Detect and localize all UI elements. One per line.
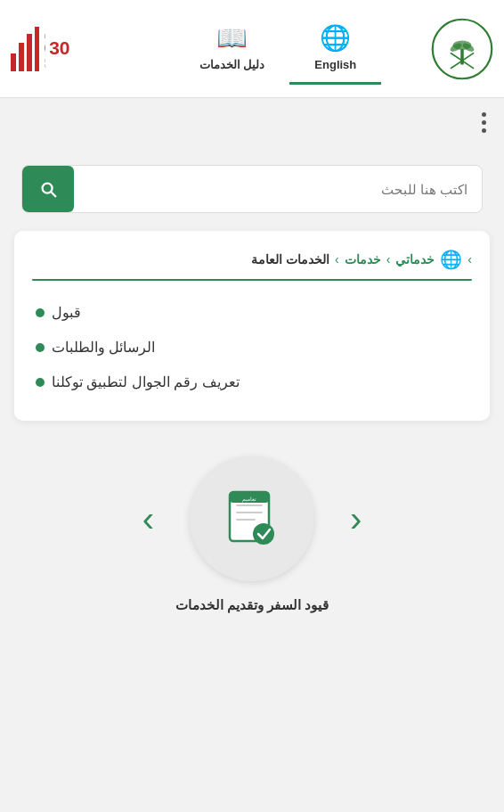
carousel-prev-button[interactable]: ‹	[350, 501, 362, 537]
carousel-next-button[interactable]: ›	[142, 501, 154, 537]
book-icon: 📖	[216, 23, 248, 53]
search-icon	[38, 179, 58, 199]
bullet-icon	[36, 378, 45, 387]
list-item[interactable]: تعريف رقم الجوال لتطبيق توكلنا	[32, 365, 472, 399]
dots-menu-button[interactable]	[482, 112, 486, 133]
breadcrumb-chevron-2: ›	[335, 252, 339, 267]
globe-icon: 🌐	[320, 23, 351, 53]
search-input[interactable]	[74, 169, 482, 209]
dot-1	[482, 112, 486, 117]
travel-restrictions-icon: تعاميم	[221, 488, 283, 550]
list-item-label: تعريف رقم الجوال لتطبيق توكلنا	[52, 373, 240, 390]
services-guide-nav-item[interactable]: 📖 دليل الخدمات	[175, 12, 290, 85]
svg-text:المملكة العربية السعودية: المملكة العربية السعودية	[45, 59, 46, 64]
services-menu-list: قبول الرسائل والطلبات تعريف رقم الجوال ل…	[32, 295, 472, 399]
search-area	[0, 147, 504, 231]
carousel-area: ‹ تعاميم	[0, 439, 504, 640]
svg-rect-14	[27, 34, 32, 71]
svg-text:20: 20	[45, 37, 46, 58]
vision-logo: VISION رؤية 20 30 المملكة العربية السعود…	[45, 22, 125, 76]
header-nav: 🌐 English 📖 دليل الخدمات	[125, 12, 431, 85]
carousel-item[interactable]: تعاميم	[190, 456, 314, 581]
bullet-icon	[36, 343, 45, 352]
list-item-label: الرسائل والطلبات	[52, 339, 155, 356]
breadcrumb-item-2[interactable]: خدمات	[345, 252, 381, 267]
svg-text:KINGDOM OF SAUDI ARABIA: KINGDOM OF SAUDI ARABIA	[45, 64, 46, 69]
svg-rect-13	[19, 43, 24, 71]
carousel-row: ‹ تعاميم	[0, 456, 504, 581]
search-button[interactable]	[22, 166, 74, 212]
abshir-icon	[11, 27, 39, 71]
english-label: English	[314, 58, 356, 71]
search-container	[21, 165, 483, 213]
dots-menu-area	[0, 98, 504, 147]
svg-text:تعاميم: تعاميم	[242, 496, 256, 503]
svg-rect-15	[35, 27, 39, 71]
bullet-icon	[36, 308, 45, 317]
english-nav-item[interactable]: 🌐 English	[289, 12, 381, 85]
breadcrumb: › 🌐 خدماتي › خدمات › الخدمات العامة	[32, 249, 472, 281]
breadcrumb-item-1[interactable]: خدماتي	[395, 252, 435, 267]
svg-text:30: 30	[49, 37, 69, 58]
dot-3	[482, 128, 486, 133]
list-item-label: قبول	[52, 304, 81, 321]
dot-2	[482, 120, 486, 125]
carousel-icon-wrap: تعاميم	[216, 483, 288, 554]
back-arrow-icon[interactable]: ›	[467, 252, 472, 267]
services-card: › 🌐 خدماتي › خدمات › الخدمات العامة قبول…	[14, 231, 490, 421]
svg-point-22	[253, 523, 274, 545]
breadcrumb-chevron-1: ›	[386, 252, 391, 267]
breadcrumb-globe-icon: 🌐	[440, 249, 462, 270]
logo	[431, 18, 493, 80]
services-guide-label: دليل الخدمات	[199, 58, 265, 71]
list-item[interactable]: قبول	[32, 295, 472, 330]
breadcrumb-divider	[32, 279, 472, 281]
carousel-item-label: قيود السفر وتقديم الخدمات	[175, 597, 329, 613]
vision-logo-group: VISION رؤية 20 30 المملكة العربية السعود…	[11, 22, 125, 76]
svg-rect-12	[11, 53, 16, 71]
list-item[interactable]: الرسائل والطلبات	[32, 330, 472, 365]
app-header: 🌐 English 📖 دليل الخدمات VISION رؤية 20 …	[0, 0, 504, 98]
breadcrumb-item-3: الخدمات العامة	[251, 252, 329, 267]
